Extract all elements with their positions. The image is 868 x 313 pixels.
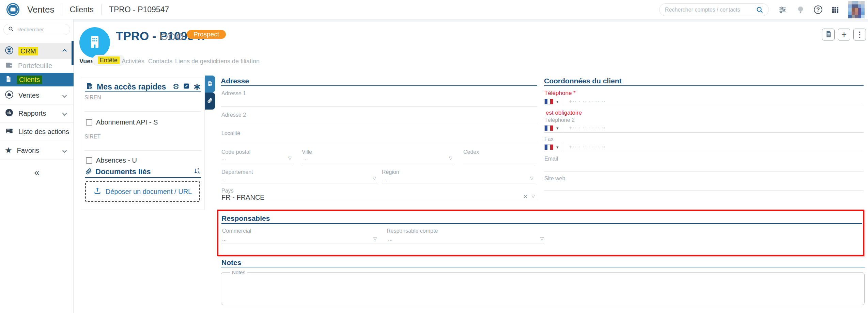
edit-icon[interactable] [183,83,190,91]
ville-field[interactable] [302,164,454,164]
tab-activites[interactable]: Activités [122,58,144,65]
app-logo-icon[interactable] [6,3,20,16]
sidebar-item-rapports[interactable]: Rapports [0,104,74,123]
actions-list-icon [5,127,14,137]
sidebar-item-favoris[interactable]: ★ Favoris [0,141,74,160]
fax-input[interactable]: +·· · ·· ·· ·· ·· [569,144,606,150]
clear-icon[interactable]: × [523,192,528,201]
chevron-down-icon[interactable]: ▽ [373,236,377,241]
departement-field[interactable] [221,183,378,183]
region-field[interactable] [382,183,536,183]
sidebar-item-label: Ventes [18,92,39,99]
chevron-down-icon[interactable]: ▾ [556,126,559,131]
checkbox-abonnement[interactable]: Abonnement API - S [86,118,158,126]
checkbox-absences[interactable]: Absences - U [86,156,137,164]
status-circles[interactable] [161,33,183,40]
website-field[interactable] [544,191,864,191]
add-button[interactable]: + [838,29,850,40]
pays-value[interactable]: FR - FRANCE [221,194,265,201]
telephone-input[interactable]: +·· · ·· ·· ·· ·· [569,98,606,104]
telephone-field[interactable]: ▾ +·· · ·· ·· ·· ·· [544,97,606,106]
sidebar-item-portefeuille[interactable]: Portefeuille [0,59,74,73]
reports-chart-icon [5,108,14,119]
commercial-value[interactable]: ... [222,236,227,242]
sidebar-item-ventes[interactable]: Ventes [0,86,74,104]
sidebar-item-clients[interactable]: Clients [0,73,74,86]
search-icon [8,26,14,33]
france-flag-icon[interactable] [544,99,553,104]
more-button[interactable]: ⋮ [853,29,866,40]
localite-field[interactable] [221,143,537,143]
adresse2-field[interactable] [221,125,537,125]
checkbox-icon[interactable] [86,157,92,164]
status-circle-icon[interactable] [169,33,175,40]
chevron-down-icon[interactable]: ▽ [531,194,535,198]
france-flag-icon[interactable] [544,125,553,131]
breadcrumb-record: TPRO - P109547 [109,5,169,14]
document-button[interactable] [822,29,835,40]
breadcrumb-divider [101,4,102,15]
global-search[interactable] [659,3,769,16]
france-flag-icon[interactable] [544,144,553,150]
sidebar-search-input[interactable] [17,26,61,33]
sort-az-icon[interactable]: zA [193,167,201,176]
app-name[interactable]: Ventes [27,4,55,15]
asterisk-icon[interactable]: ∗ [193,83,201,90]
responsables-section-title: Responsables [221,214,270,223]
responsable-compte-value[interactable]: ... [388,236,392,242]
notes-textarea[interactable] [224,275,861,302]
user-avatar[interactable] [848,1,865,18]
adresse1-field[interactable] [221,106,537,107]
tab-liens-de-gestion[interactable]: Liens de gestion [175,58,220,65]
email-field[interactable] [544,171,864,171]
region-value[interactable]: ... [383,176,388,182]
status-circle-icon[interactable] [176,33,183,40]
gear-icon[interactable]: ⚙ [173,82,180,91]
chevron-down-icon[interactable]: ▽ [288,156,292,160]
filter-sliders-icon[interactable] [778,5,787,15]
cedex-field[interactable] [463,164,536,164]
sidebar-search[interactable] [3,24,70,35]
sidebar-item-crm[interactable]: CRM [0,43,74,59]
side-tab-info[interactable] [205,76,215,93]
search-icon[interactable] [756,6,764,14]
tab-contacts[interactable]: Contacts [148,58,172,65]
chevron-down-icon[interactable]: ▾ [556,99,559,104]
tab-liens-de-filiation[interactable]: Liens de filiation [216,58,260,65]
plus-icon: + [841,29,847,40]
divider [564,97,564,106]
status-circle-icon[interactable] [161,33,168,40]
chevron-down-icon[interactable]: ▽ [530,176,533,180]
pays-field[interactable] [221,201,537,201]
kebab-icon: ⋮ [856,30,864,39]
sidebar-collapse-button[interactable]: « [0,164,74,181]
telephone2-field[interactable]: ▾ +·· · ·· ·· ·· ·· [544,123,606,133]
code-postal-value[interactable]: ... [221,155,226,162]
telephone2-input[interactable]: +·· · ·· ·· ·· ·· [569,125,606,131]
siren-label: SIREN [84,95,101,101]
document-dropzone[interactable]: Déposer un document / URL [85,181,200,202]
help-icon[interactable]: ? [814,5,822,14]
record-actions: + ⋮ [822,29,866,40]
code-postal-field[interactable] [221,164,294,164]
chevron-down-icon[interactable]: ▾ [556,145,559,150]
tab-entete[interactable]: Entête [92,55,125,66]
chevron-down-icon[interactable]: ▽ [373,176,376,180]
topbar-actions: ? [659,0,865,19]
chevron-down-icon[interactable]: ▽ [449,156,452,160]
lightbulb-icon[interactable] [796,5,805,15]
responsable-compte-field[interactable] [387,244,544,244]
fax-field[interactable]: ▾ +·· · ·· ·· ·· ·· [544,142,606,152]
contact-title-underline [544,85,864,86]
departement-value[interactable]: ... [221,176,226,182]
ville-value[interactable]: ... [303,155,308,162]
chevron-down-icon[interactable]: ▽ [540,236,544,241]
breadcrumb-module[interactable]: Clients [70,5,94,14]
main-content: TPRO - P109547 Prospect + ⋮ Vues : Entêt… [74,19,868,313]
sidebar-item-liste-des-actions[interactable]: Liste des actions [0,123,74,141]
global-search-input[interactable] [664,6,752,13]
sidebar-item-label: Clients [17,76,42,84]
apps-grid-icon[interactable] [831,6,839,14]
checkbox-icon[interactable] [86,119,92,126]
side-tab-attachments[interactable] [205,93,215,110]
